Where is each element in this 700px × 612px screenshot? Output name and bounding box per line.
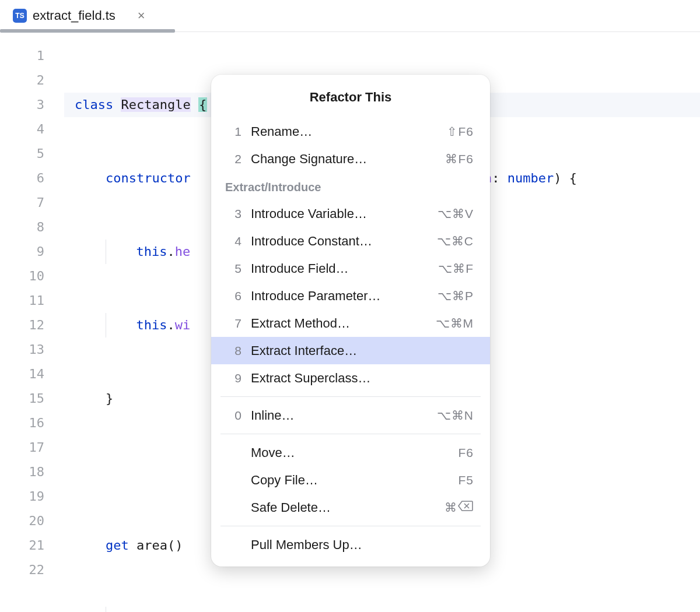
line-number-gutter: 12345678910111213141516171819202122: [0, 32, 64, 612]
line-number: 5: [0, 142, 64, 166]
popup-item[interactable]: Safe Delete…⌘: [211, 494, 490, 521]
item-label: Inline…: [251, 408, 437, 423]
item-label: Copy File…: [251, 473, 458, 488]
line-number: 15: [0, 386, 64, 411]
colon: :: [492, 171, 508, 185]
item-number: 6: [228, 289, 251, 303]
line-number: 21: [0, 533, 64, 558]
line-number: 19: [0, 484, 64, 509]
line-number: 10: [0, 264, 64, 289]
item-shortcut: ⌥⌘F: [438, 262, 474, 276]
item-number: 7: [228, 316, 251, 330]
item-label: Extract Superclass…: [251, 371, 474, 386]
item-number: 8: [228, 344, 251, 358]
class-name-selected: Rectangle: [121, 97, 190, 112]
line-number: 8: [0, 215, 64, 240]
member-fragment: he: [175, 244, 191, 259]
popup-item[interactable]: 7Extract Method…⌥⌘M: [211, 309, 490, 337]
popup-separator: [220, 434, 481, 434]
popup-item[interactable]: 8Extract Interface…: [211, 337, 490, 364]
line-number: 20: [0, 509, 64, 533]
line-number: 11: [0, 289, 64, 313]
item-number: 4: [228, 234, 251, 248]
item-shortcut: ⌘F6: [445, 152, 474, 166]
popup-item[interactable]: 3Introduce Variable…⌥⌘V: [211, 200, 490, 227]
dot: .: [167, 244, 174, 259]
item-label: Introduce Variable…: [251, 206, 438, 221]
brace: }: [106, 391, 113, 406]
popup-item[interactable]: 2Change Signature…⌘F6: [211, 145, 490, 173]
item-label: Extract Method…: [251, 316, 436, 331]
popup-item[interactable]: Move…F6: [211, 439, 490, 466]
popup-item[interactable]: 5Introduce Field…⌥⌘F: [211, 255, 490, 282]
line-number: 2: [0, 68, 64, 93]
keyword: get: [106, 538, 129, 553]
popup-item[interactable]: 0Inline…⌥⌘N: [211, 402, 490, 429]
close-icon[interactable]: ×: [138, 9, 145, 22]
member-fragment: wi: [175, 318, 191, 332]
popup-item[interactable]: 4Introduce Constant…⌥⌘C: [211, 227, 490, 255]
item-number: 2: [228, 152, 251, 166]
item-shortcut: ⇧F6: [447, 125, 474, 139]
item-label: Rename…: [251, 124, 447, 139]
line-number: 18: [0, 460, 64, 484]
popup-item[interactable]: 6Introduce Parameter…⌥⌘P: [211, 282, 490, 309]
delete-icon: [457, 500, 474, 512]
item-label: Move…: [251, 445, 458, 460]
line-number: 13: [0, 337, 64, 362]
keyword: this: [136, 244, 167, 259]
item-shortcut: ⌥⌘C: [437, 234, 474, 248]
line-number: 12: [0, 313, 64, 337]
keyword: constructor: [106, 171, 191, 185]
line-number: 9: [0, 240, 64, 264]
line-number: 4: [0, 117, 64, 142]
tab-filename: extract_field.ts: [33, 8, 116, 23]
keyword: class: [75, 97, 113, 112]
keyword: this: [136, 318, 167, 332]
popup-item[interactable]: Pull Members Up…: [211, 531, 490, 558]
code-line[interactable]: return: [64, 607, 700, 612]
item-number: 9: [228, 371, 251, 385]
item-label: Introduce Field…: [251, 261, 438, 276]
line-number: 3: [0, 93, 64, 117]
item-label: Safe Delete…: [251, 500, 444, 515]
popup-item[interactable]: 9Extract Superclass…: [211, 364, 490, 392]
line-number: 7: [0, 191, 64, 215]
line-number: 22: [0, 558, 64, 582]
line-number: 16: [0, 411, 64, 435]
method-name: area(): [129, 538, 191, 553]
popup-separator: [220, 526, 481, 526]
line-number: 17: [0, 435, 64, 460]
item-number: 1: [228, 125, 251, 139]
tab-bar: TS extract_field.ts ×: [0, 0, 700, 32]
typescript-file-icon: TS: [13, 9, 27, 23]
line-number: 6: [0, 166, 64, 191]
item-label: Pull Members Up…: [251, 537, 474, 553]
item-shortcut: F6: [458, 446, 474, 460]
item-shortcut: ⌥⌘P: [438, 289, 474, 303]
refactor-popup: Refactor This 1Rename…⇧F62Change Signatu…: [211, 75, 490, 567]
item-number: 5: [228, 262, 251, 276]
file-tab[interactable]: TS extract_field.ts ×: [6, 0, 152, 31]
line-number: 14: [0, 362, 64, 386]
item-label: Extract Interface…: [251, 343, 474, 358]
item-number: 0: [228, 409, 251, 423]
item-label: Introduce Parameter…: [251, 289, 438, 304]
item-label: Introduce Constant…: [251, 234, 437, 249]
popup-item[interactable]: 1Rename…⇧F6: [211, 118, 490, 145]
popup-item[interactable]: Copy File…F5: [211, 466, 490, 494]
item-shortcut: ⌥⌘M: [436, 316, 474, 330]
caret-brace: {: [198, 97, 207, 112]
type: number: [508, 171, 554, 185]
dot: .: [167, 318, 174, 332]
line-number: 1: [0, 44, 64, 68]
paren-brace: ) {: [554, 171, 577, 185]
item-shortcut: F5: [458, 473, 474, 487]
popup-group-header: Extract/Introduce: [211, 173, 490, 200]
item-shortcut: ⌥⌘N: [437, 409, 474, 423]
item-shortcut: ⌘: [444, 500, 474, 515]
item-number: 3: [228, 207, 251, 221]
item-shortcut: ⌥⌘V: [438, 207, 474, 221]
item-label: Change Signature…: [251, 152, 445, 167]
popup-separator: [220, 396, 481, 397]
